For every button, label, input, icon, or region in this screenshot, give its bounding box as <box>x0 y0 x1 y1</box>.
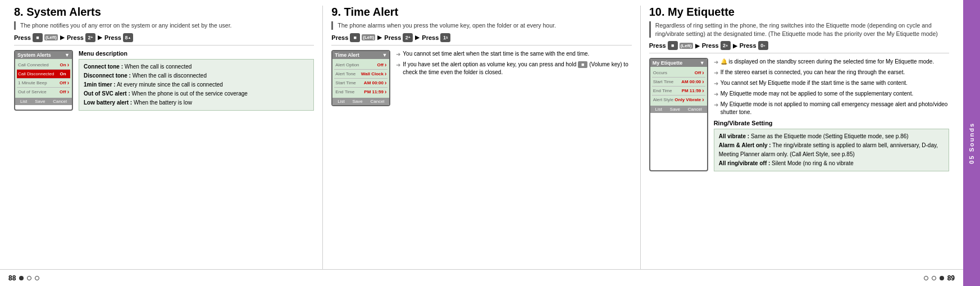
phone-row-9-1: Alert Tone Wall Clock › <box>334 70 388 79</box>
phone-row-10-1: Start Time AM 00:00 › <box>652 78 705 87</box>
press-line-9: Press ■ (Left) ▶ Press 2+ ▶ Press 15 <box>331 33 631 46</box>
footer-dot-5 <box>932 276 936 280</box>
left-soft-key-10: ■ <box>668 41 678 50</box>
key-2up-9: 2+ <box>403 33 413 42</box>
content-area-10: My Etiquette ▼ Occurs Off › Start Time A… <box>649 58 949 171</box>
phone-row-10-3: Alert Style Only Vibrate › <box>652 96 705 104</box>
press-label-9b: Press <box>384 34 401 41</box>
key-2up-8: 2+ <box>85 33 95 42</box>
arrow-9b: ▶ <box>415 34 420 40</box>
ring-item-1: Alarm & Alert only : The ring/vibrate se… <box>719 141 944 159</box>
phone-footer-9: List Save Cancel <box>332 98 389 105</box>
section-8-title: 8. System Alerts <box>14 6 314 19</box>
footer-left-page: 88 <box>8 274 39 282</box>
left-label-8: (Left) <box>44 34 58 40</box>
phone-row-9-2: Start Time AM 00:00 › <box>334 79 388 88</box>
menu-item-8-3: Out of SVC alert : When the phone is out… <box>84 89 309 98</box>
bullet-10-4: ➜ My Etiquette mode is not applied to mo… <box>714 101 949 116</box>
phone-row-8-2: 1 Minute Beep Off › <box>17 79 70 88</box>
footer-dot-1 <box>19 276 24 280</box>
phone-body-9: Alert Option Off › Alert Tone Wall Clock… <box>332 59 389 98</box>
phone-body-8: Call Connected On › Call Disconnected On… <box>15 59 72 98</box>
press-label-10b: Press <box>702 42 719 49</box>
phone-row-8-0: Call Connected On › <box>17 61 70 70</box>
sidebar-right: 05 Sounds <box>963 0 980 286</box>
bullet-9-1: ➜ If you have set the alert option as vo… <box>396 61 631 76</box>
key-0-10: 0+ <box>758 41 768 50</box>
key-8icon-8: 8▲ <box>123 33 133 42</box>
section-my-etiquette: 10. My Etiquette Regardless of ring sett… <box>641 6 958 269</box>
section-8-desc: The phone notifies you of any error on t… <box>14 21 314 30</box>
press-line-8: Press ■ (Left) ▶ Press 2+ ▶ Press 8▲ <box>14 33 314 46</box>
phone-header-8: System Alerts ▼ <box>15 51 72 59</box>
menu-item-8-0: Connect tone : When the call is connecte… <box>84 62 309 71</box>
left-label-9: (Left) <box>362 34 375 40</box>
section-time-alert: 9. Time Alert The phone alarms when you … <box>323 6 640 269</box>
phone-row-9-3: End Time PM 11:59 › <box>334 88 388 96</box>
menu-desc-box-8: Connect tone : When the call is connecte… <box>79 59 314 111</box>
footer-dot-3 <box>35 276 39 280</box>
press-line-10: Press ■ (Left) ▶ Press 2+ ▶ Press 0+ <box>649 41 949 53</box>
press-label-9a: Press <box>331 34 348 41</box>
key-15-9: 15 <box>440 33 450 42</box>
menu-item-8-4: Low battery alert : When the battery is … <box>84 98 309 107</box>
menu-item-8-2: 1min timer : At every minute since the c… <box>84 80 309 89</box>
menu-desc-title-8: Menu description <box>79 50 314 57</box>
phone-footer-10: List Save Cancel <box>650 106 707 113</box>
arrow-9a: ▶ <box>377 34 382 40</box>
press-label-9c: Press <box>422 34 439 41</box>
footer-dot-2 <box>27 276 31 280</box>
menu-desc-8: Menu description Connect tone : When the… <box>79 50 314 111</box>
bullet-10-0: ➜ 🔔 is displayed on the standby screen d… <box>714 58 949 66</box>
phone-row-9-0: Alert Option Off › <box>334 61 388 70</box>
ring-vibrate-section: Ring/Vibrate Setting All vibrate : Same … <box>714 120 949 171</box>
phone-row-8-3: Out of Service Off › <box>17 88 70 96</box>
ring-vibrate-box: All vibrate : Same as the Etiquette mode… <box>714 129 949 171</box>
press-label-10c: Press <box>740 42 756 49</box>
phone-screen-10: My Etiquette ▼ Occurs Off › Start Time A… <box>649 58 708 171</box>
bullet-9-0: ➜ You cannot set time alert when the sta… <box>396 50 631 58</box>
press-label-8a: Press <box>14 34 31 41</box>
ring-item-0: All vibrate : Same as the Etiquette mode… <box>719 132 944 141</box>
content-area-9: Time Alert ▼ Alert Option Off › Alert To… <box>331 50 631 106</box>
arrow-8b: ▶ <box>98 34 102 40</box>
phone-body-10: Occurs Off › Start Time AM 00:00 › End T… <box>650 67 707 106</box>
bullet-list-9: ➜ You cannot set time alert when the sta… <box>396 50 631 106</box>
phone-row-10-2: End Time PM 11:59 › <box>652 87 705 96</box>
sidebar-label: 05 Sounds <box>968 122 975 164</box>
section-9-desc: The phone alarms when you press the volu… <box>331 21 631 30</box>
ring-item-2: All ring/vibrate off : Silent Mode (no r… <box>719 159 944 168</box>
main-content: 8. System Alerts The phone notifies you … <box>0 0 963 286</box>
phone-row-10-0: Occurs Off › <box>652 69 705 78</box>
content-area-8: System Alerts ▼ Call Connected On › Call… <box>14 50 314 111</box>
ring-vibrate-title: Ring/Vibrate Setting <box>714 120 949 126</box>
section-system-alerts: 8. System Alerts The phone notifies you … <box>6 6 323 269</box>
sections-row: 8. System Alerts The phone notifies you … <box>0 0 963 269</box>
bullet-10-3: ➜ My Etiquette mode may not be applied t… <box>714 90 949 98</box>
arrow-8a: ▶ <box>60 34 65 40</box>
phone-screen-8: System Alerts ▼ Call Connected On › Call… <box>14 50 73 111</box>
menu-item-8-1: Disconnect tone : When the call is disco… <box>84 71 309 80</box>
press-label-8b: Press <box>67 34 84 41</box>
left-label-10: (Left) <box>680 43 693 49</box>
phone-header-10: My Etiquette ▼ <box>650 59 707 67</box>
phone-header-9: Time Alert ▼ <box>332 51 389 59</box>
footer-right-page: 89 <box>924 274 955 282</box>
section-10-title: 10. My Etiquette <box>649 6 949 19</box>
bullet-10-1: ➜ If the stereo earset is connected, you… <box>714 69 949 77</box>
press-label-10a: Press <box>649 42 666 49</box>
etiquette-right: ➜ 🔔 is displayed on the standby screen d… <box>714 58 949 171</box>
left-soft-key-8: ■ <box>33 33 43 42</box>
key-2up-10: 2+ <box>721 41 731 50</box>
phone-footer-8: List Save Cancel <box>15 98 72 105</box>
phone-row-8-1: Call Disconnected On › <box>17 70 70 79</box>
press-label-8c: Press <box>104 34 121 41</box>
footer-dot-4 <box>924 276 928 280</box>
section-10-desc: Regardless of ring setting in the phone,… <box>649 21 949 38</box>
arrow-10a: ▶ <box>695 43 700 49</box>
footer-bar: 88 89 <box>0 269 963 286</box>
bullet-10-2: ➜ You cannot set My Etiquette mode if th… <box>714 79 949 88</box>
arrow-10b: ▶ <box>733 43 737 49</box>
left-soft-key-9: ■ <box>350 33 360 42</box>
phone-screen-9: Time Alert ▼ Alert Option Off › Alert To… <box>331 50 390 106</box>
